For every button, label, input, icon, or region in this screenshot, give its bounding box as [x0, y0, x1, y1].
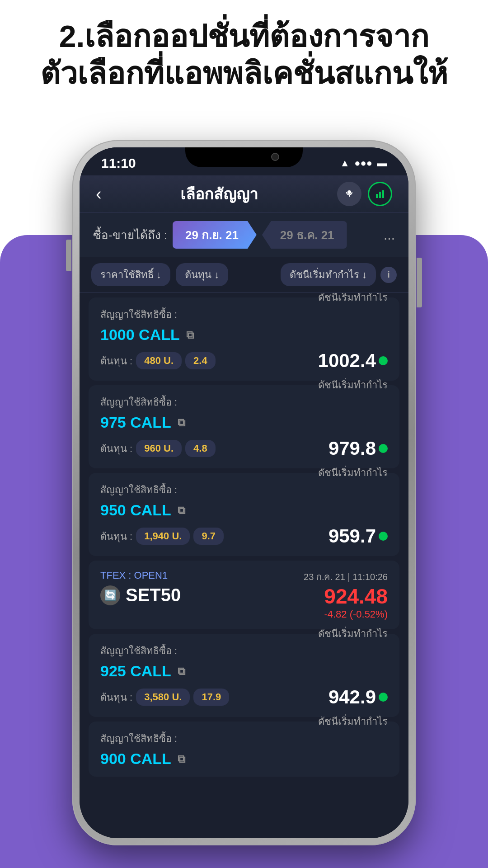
green-dot-4	[379, 693, 388, 702]
cost-badge-2a: 960 U.	[136, 440, 182, 457]
contract-row-1: ต้นทุน : 480 U. 2.4 1002.4	[100, 350, 388, 372]
svg-rect-2	[376, 194, 378, 198]
contract-cost-1: ต้นทุน : 480 U. 2.4	[100, 352, 216, 369]
contract-label-3: สัญญาใช้สิทธิซื้อ :	[100, 482, 185, 498]
phone-notch	[185, 147, 303, 167]
contract-label-2: สัญญาใช้สิทธิซื้อ :	[100, 394, 185, 410]
copy-icon-4[interactable]: ⧉	[178, 665, 185, 678]
contract-card-900[interactable]: สัญญาใช้สิทธิซื้อ : 900 CALL ⧉ ดัชนีเริ่…	[89, 722, 399, 777]
cost-badge-3b: 9.7	[193, 528, 224, 545]
copy-icon-1[interactable]: ⧉	[186, 329, 194, 341]
contract-name-1: 1000 CALL ⧉	[100, 326, 194, 344]
phone-screen: 11:10 ▲ ●●● ▬ ‹ เลือกสัญญา	[80, 147, 408, 838]
contract-cost-2: ต้นทุน : 960 U. 4.8	[100, 440, 216, 457]
app-header: ‹ เลือกสัญญา	[80, 175, 408, 213]
cost-filter-button[interactable]: ต้นทุน ↓	[176, 263, 228, 286]
cost-badge-1b: 2.4	[185, 352, 216, 369]
profit-label-3: ดัชนีเริ่มทำกำไร	[318, 465, 388, 481]
contract-card-975[interactable]: สัญญาใช้สิทธิซื้อ : 975 CALL ⧉ ดัชนีเริ่…	[89, 385, 399, 468]
contract-name-4: 925 CALL ⧉	[100, 662, 185, 680]
header-title: 2.เลือกออปชั่นที่ต้องการจาก ตัวเลือกที่แ…	[0, 18, 488, 92]
contract-index-3: 959.7	[328, 525, 388, 547]
wifi-icon: ▲	[340, 157, 350, 169]
green-dot-2	[379, 444, 388, 453]
copy-icon-2[interactable]: ⧉	[178, 416, 185, 429]
set50-left: TFEX : OPEN1 🔄 SET50	[100, 570, 181, 605]
page-wrapper: 2.เลือกออปชั่นที่ต้องการจาก ตัวเลือกที่แ…	[0, 0, 488, 868]
date-button-1[interactable]: 29 ก.ย. 21	[173, 221, 257, 249]
cost-badge-2b: 4.8	[185, 440, 216, 457]
contract-name-5: 900 CALL ⧉	[100, 750, 185, 768]
contract-index-2: 979.8	[328, 438, 388, 459]
contract-cost-4: ต้นทุน : 3,580 U. 17.9	[100, 689, 229, 706]
contract-card-1000[interactable]: สัญญาใช้สิทธิซื้อ : 1000 CALL ⧉ ดัชนีเริ…	[89, 297, 399, 381]
info-button[interactable]: i	[380, 267, 397, 283]
set50-card: TFEX : OPEN1 🔄 SET50 23 ก.ค. 21 | 11:10:…	[89, 561, 399, 629]
contract-row-3: ต้นทุน : 1,940 U. 9.7 959.7	[100, 525, 388, 547]
date-selector: ซื้อ-ขายได้ถึง : 29 ก.ย. 21 29 ธ.ค. 21 .…	[80, 213, 408, 257]
tfex-label: TFEX : OPEN1	[100, 570, 181, 581]
cost-badge-4b: 17.9	[193, 689, 229, 706]
status-time: 11:10	[101, 156, 136, 171]
filter-right: ดัชนีเริ่มทำกำไร ↓ i	[281, 263, 397, 286]
svg-rect-3	[379, 192, 381, 198]
battery-icon: ▬	[377, 157, 387, 169]
cost-badge-4a: 3,580 U.	[136, 689, 190, 706]
phone-shell: 11:10 ▲ ●●● ▬ ‹ เลือกสัญญา	[72, 140, 416, 845]
filter-row: ราคาใช้สิทธิ์ ↓ ต้นทุน ↓ ดัชนีเริ่มทำกำไ…	[80, 257, 408, 293]
copy-icon-3[interactable]: ⧉	[178, 504, 185, 517]
svg-rect-4	[382, 190, 384, 198]
price-filter-button[interactable]: ราคาใช้สิทธิ์ ↓	[91, 263, 170, 286]
contract-list: สัญญาใช้สิทธิซื้อ : 1000 CALL ⧉ ดัชนีเริ…	[80, 293, 408, 838]
app-title: เลือกสัญญา	[180, 182, 258, 206]
date-selector-label: ซื้อ-ขายได้ถึง :	[93, 226, 167, 244]
profit-label-1: ดัชนีเริ่มทำกำไร	[318, 293, 388, 305]
header-icon-group	[337, 182, 392, 206]
contract-card-925[interactable]: สัญญาใช้สิทธิซื้อ : 925 CALL ⧉ ดัชนีเริ่…	[89, 634, 399, 717]
cost-badge-3a: 1,940 U.	[136, 528, 190, 545]
contract-label-4: สัญญาใช้สิทธิซื้อ :	[100, 643, 185, 659]
set50-change: -4.82 (-0.52%)	[304, 609, 388, 620]
green-dot-3	[379, 532, 388, 541]
contract-label-1: สัญญาใช้สิทธิซื้อ :	[100, 307, 194, 322]
contract-card-950[interactable]: สัญญาใช้สิทธิซื้อ : 950 CALL ⧉ ดัชนีเริ่…	[89, 473, 399, 556]
microphone-icon-button[interactable]	[337, 182, 361, 206]
green-dot-1	[379, 356, 388, 365]
status-icons: ▲ ●●● ▬	[340, 157, 387, 169]
set50-right: 23 ก.ค. 21 | 11:10:26 924.48 -4.82 (-0.5…	[304, 570, 388, 620]
back-button[interactable]: ‹	[96, 184, 102, 204]
contract-cost-3: ต้นทุน : 1,940 U. 9.7	[100, 528, 224, 545]
more-options-button[interactable]: ...	[384, 227, 395, 243]
contract-index-1: 1002.4	[318, 350, 388, 372]
front-camera	[271, 153, 279, 161]
profit-label-2: ดัชนีเริ่มทำกำไร	[318, 377, 388, 393]
contract-name-3: 950 CALL ⧉	[100, 501, 185, 519]
profit-label-5: ดัชนีเริ่มทำกำไร	[318, 713, 388, 729]
set50-date: 23 ก.ค. 21 | 11:10:26	[304, 570, 388, 584]
svg-point-0	[347, 190, 351, 194]
profit-label-4: ดัชนีเริ่มทำกำไร	[318, 626, 388, 642]
cost-badge-1a: 480 U.	[136, 352, 182, 369]
chart-icon-button[interactable]	[368, 182, 392, 206]
set50-price: 924.48	[304, 584, 388, 609]
set50-icon: 🔄	[100, 585, 120, 605]
contract-name-2: 975 CALL ⧉	[100, 414, 185, 431]
copy-icon-5[interactable]: ⧉	[178, 753, 185, 765]
contract-label-5: สัญญาใช้สิทธิซื้อ :	[100, 731, 185, 746]
profit-filter-button[interactable]: ดัชนีเริ่มทำกำไร ↓	[281, 263, 376, 286]
date-button-2[interactable]: 29 ธ.ค. 21	[262, 221, 347, 249]
signal-icon: ●●●	[354, 157, 372, 169]
contract-index-4: 942.9	[328, 686, 388, 708]
contract-row-4: ต้นทุน : 3,580 U. 17.9 942.9	[100, 686, 388, 708]
set50-name: 🔄 SET50	[100, 585, 181, 605]
phone-mockup: 11:10 ▲ ●●● ▬ ‹ เลือกสัญญา	[72, 140, 416, 845]
header-section: 2.เลือกออปชั่นที่ต้องการจาก ตัวเลือกที่แ…	[0, 18, 488, 92]
contract-row-2: ต้นทุน : 960 U. 4.8 979.8	[100, 438, 388, 459]
